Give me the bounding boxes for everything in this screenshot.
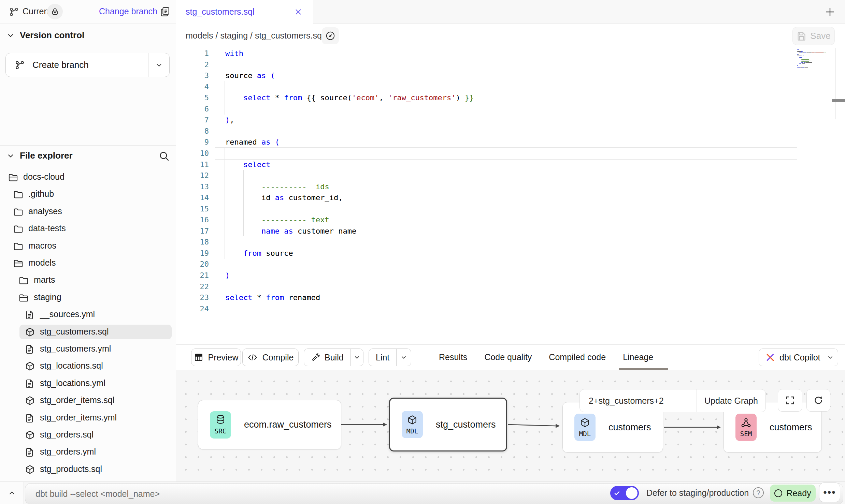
node-type-badge: MDL	[402, 411, 423, 438]
tree-item-data-tests[interactable]: data-tests	[0, 220, 176, 237]
tree-item-models[interactable]: models	[0, 254, 176, 271]
close-icon[interactable]	[293, 7, 303, 17]
code-icon	[247, 353, 258, 362]
help-icon[interactable]: ?	[753, 487, 764, 498]
file-explorer-section: File explorer docs-cloud.githubanalysesd…	[0, 145, 176, 481]
tree-item-marts[interactable]: marts	[0, 271, 176, 288]
node-title: stg_customers	[436, 419, 496, 430]
code-line-5[interactable]: 5 select * from {{ source('ecom', 'raw_c…	[176, 92, 845, 103]
code-line-17[interactable]: 17 name as customer_name	[176, 225, 845, 237]
copy-icon[interactable]	[160, 6, 171, 17]
line-number: 1	[176, 48, 209, 59]
lineage-selector-input[interactable]: 2+stg_customers+2	[580, 389, 697, 412]
tree-item-analyses[interactable]: analyses	[0, 203, 176, 220]
create-branch-button[interactable]: Create branch	[5, 53, 170, 77]
tree-item-label: __sources.yml	[40, 309, 95, 319]
update-graph-button[interactable]: Update Graph	[697, 389, 765, 412]
save-button[interactable]: Save	[792, 27, 835, 45]
lineage-node-stg-customers[interactable]: MDLstg_customers	[389, 398, 507, 451]
file-icon	[25, 413, 34, 424]
tab-code-quality[interactable]: Code quality	[484, 352, 532, 362]
tree-item-docs-cloud[interactable]: docs-cloud	[0, 168, 176, 186]
code-line-13[interactable]: 13 ---------- ids	[176, 181, 845, 192]
refresh-button[interactable]	[806, 389, 830, 412]
file-icon	[25, 447, 34, 458]
tree-item-stg-products-sql[interactable]: stg_products.sql	[0, 461, 176, 478]
copilot-compass-button[interactable]	[322, 27, 339, 44]
version-control-header[interactable]: Version control	[6, 30, 84, 41]
search-icon[interactable]	[158, 150, 170, 162]
code-line-24[interactable]: 24	[176, 303, 845, 314]
tab-results[interactable]: Results	[439, 352, 467, 362]
create-branch-dropdown[interactable]	[148, 53, 169, 77]
build-dropdown[interactable]	[350, 349, 363, 366]
node-type-label: SEM	[740, 430, 752, 438]
folder-open-icon	[13, 258, 24, 269]
line-number: 14	[176, 192, 209, 203]
compile-button[interactable]: Compile	[242, 349, 299, 366]
new-tab-plus-icon[interactable]	[824, 6, 836, 18]
lint-dropdown[interactable]	[396, 349, 411, 366]
code-line-9[interactable]: 9renamed as (	[176, 136, 845, 148]
code-line-11[interactable]: 11 select	[176, 159, 845, 170]
scrollbar-thumb[interactable]	[832, 99, 845, 102]
tab-lineage[interactable]: Lineage	[623, 352, 653, 362]
file-icon	[25, 310, 34, 320]
lineage-node-ecom-raw-customers[interactable]: SRCecom.raw_customers	[198, 400, 341, 449]
code-line-2[interactable]: 2	[176, 59, 845, 70]
code-line-22[interactable]: 22	[176, 281, 845, 292]
fullscreen-icon	[785, 395, 795, 405]
code-line-23[interactable]: 23select * from renamed	[176, 292, 845, 303]
code-line-20[interactable]: 20	[176, 258, 845, 270]
tree-item-stg-locations-yml[interactable]: stg_locations.yml	[0, 375, 176, 392]
tree-item-staging[interactable]: staging	[0, 289, 176, 306]
tree-item-stg-order-items-yml[interactable]: stg_order_items.yml	[0, 409, 176, 426]
preview-button[interactable]: Preview	[191, 349, 241, 366]
tree-item-stg-customers-sql[interactable]: stg_customers.sql	[0, 323, 176, 340]
code-line-10[interactable]: 10	[176, 148, 845, 159]
tree-item--github[interactable]: .github	[0, 186, 176, 203]
tree-item-label: stg_customers.yml	[40, 344, 111, 354]
dbt-copilot-button[interactable]: dbt Copilot	[759, 349, 838, 366]
code-editor[interactable]: 1with23source as (45 select * from {{ so…	[176, 48, 845, 344]
more-options-button[interactable]: •••	[819, 483, 840, 502]
tree-item-label: analyses	[28, 206, 62, 216]
file-explorer-header[interactable]: File explorer	[6, 150, 73, 161]
code-line-3[interactable]: 3source as (	[176, 70, 845, 81]
code-line-1[interactable]: 1with	[176, 48, 845, 59]
code-line-12[interactable]: 12	[176, 170, 845, 181]
code-line-4[interactable]: 4	[176, 81, 845, 92]
defer-label: Defer to staging/production	[646, 488, 749, 498]
code-text: renamed as (	[225, 136, 280, 148]
code-line-15[interactable]: 15	[176, 203, 845, 214]
fullscreen-button[interactable]	[778, 389, 802, 412]
expand-panel-button[interactable]	[0, 482, 24, 504]
tree-item-stg-order-items-sql[interactable]: stg_order_items.sql	[0, 392, 176, 409]
minimap[interactable]	[797, 49, 829, 70]
tree-item-stg-customers-yml[interactable]: stg_customers.yml	[0, 340, 176, 357]
tree-item-stg-orders-sql[interactable]: stg_orders.sql	[0, 426, 176, 443]
code-line-6[interactable]: 6	[176, 103, 845, 115]
node-title: customers	[770, 422, 812, 433]
lint-button[interactable]: Lint	[369, 349, 411, 366]
ready-status-badge[interactable]: Ready	[770, 485, 816, 502]
tab-compiled-code[interactable]: Compiled code	[549, 352, 606, 362]
folder-icon	[18, 275, 29, 286]
code-line-19[interactable]: 19 from source	[176, 248, 845, 259]
tree-item-stg-orders-yml[interactable]: stg_orders.yml	[0, 443, 176, 460]
node-type-badge: MDL	[574, 414, 596, 441]
defer-toggle[interactable]	[610, 486, 639, 500]
code-line-8[interactable]: 8	[176, 125, 845, 137]
code-line-16[interactable]: 16 ---------- text	[176, 214, 845, 225]
code-line-14[interactable]: 14 id as customer_id,	[176, 192, 845, 203]
tab-stg-customers-sql[interactable]: stg_customers.sql	[176, 0, 313, 24]
preview-label: Preview	[208, 353, 239, 362]
code-line-18[interactable]: 18	[176, 236, 845, 248]
tree-item-macros[interactable]: macros	[0, 237, 176, 254]
tree-item-stg-locations-sql[interactable]: stg_locations.sql	[0, 357, 176, 374]
change-branch-link[interactable]: Change branch	[99, 6, 157, 16]
code-line-7[interactable]: 7),	[176, 114, 845, 125]
build-button[interactable]: Build	[304, 349, 363, 366]
code-line-21[interactable]: 21)	[176, 270, 845, 281]
tree-item--sources-yml[interactable]: __sources.yml	[0, 306, 176, 323]
